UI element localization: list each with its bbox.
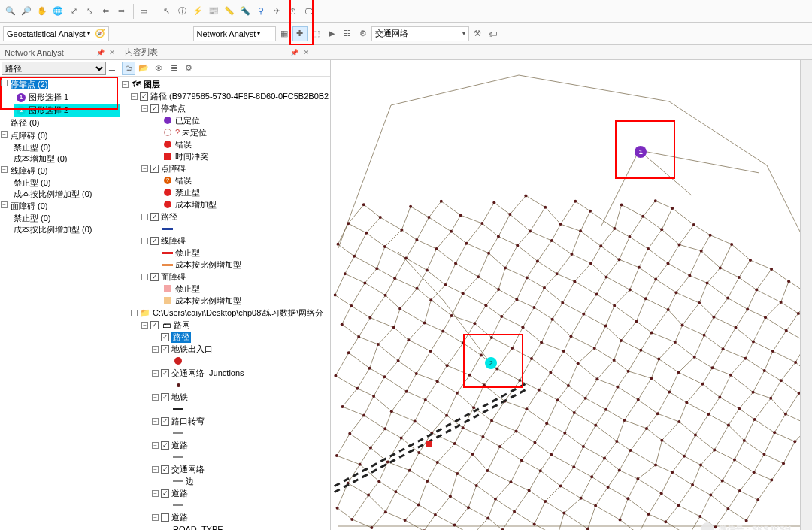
na-directions-icon[interactable]: ☷ xyxy=(340,26,355,41)
vertical-scrollbar[interactable] xyxy=(800,60,812,530)
checkbox[interactable] xyxy=(161,369,169,377)
collapse-icon[interactable]: − xyxy=(1,131,8,138)
pin-icon[interactable]: 📌 xyxy=(290,49,298,56)
collapse-icon[interactable]: − xyxy=(1,80,8,86)
collapse-icon[interactable]: − xyxy=(152,490,159,497)
na-layer-select[interactable]: 路径 xyxy=(2,62,106,75)
collapse-icon[interactable]: − xyxy=(152,418,159,425)
zoom-out-icon[interactable]: 🔎 xyxy=(19,4,34,19)
na-routes[interactable]: 路径 (0) xyxy=(0,117,120,129)
na-pb-restrict[interactable]: 禁止型 (0) xyxy=(14,142,120,153)
collapse-icon[interactable]: − xyxy=(1,201,8,208)
time-slider-icon[interactable]: ⏱ xyxy=(285,4,300,19)
collapse-icon[interactable]: − xyxy=(152,514,159,521)
zoom-in-icon[interactable]: 🔍 xyxy=(3,4,18,19)
collapse-icon[interactable]: − xyxy=(141,322,148,329)
na-gb-restrict[interactable]: 禁止型 (0) xyxy=(14,213,120,224)
checkbox[interactable] xyxy=(161,489,169,498)
goto-xy-icon[interactable]: ✈ xyxy=(269,4,284,19)
na-stop-1[interactable]: 1图形选择 1 xyxy=(14,91,120,104)
na-create-tool-icon[interactable]: ✚ xyxy=(292,26,308,41)
fwd-extent-icon[interactable]: ➡ xyxy=(114,4,129,19)
network-analyst-menu[interactable]: Network Analyst ▾ xyxy=(193,26,276,41)
checkbox[interactable] xyxy=(161,417,169,426)
checkbox[interactable] xyxy=(150,165,159,173)
road-line-icon xyxy=(173,453,183,462)
checkbox[interactable] xyxy=(150,104,159,113)
na-tree[interactable]: −停靠点 (2) 1图形选择 1 2图形选择 2 路径 (0) −点障碍 (0)… xyxy=(0,77,120,530)
na-network-combo[interactable]: 交通网络 ▾ xyxy=(371,26,469,41)
na-select-icon[interactable]: ⬚ xyxy=(308,26,323,41)
collapse-icon[interactable]: − xyxy=(131,93,138,100)
full-extent-icon[interactable]: 🌐 xyxy=(50,4,65,19)
checkbox[interactable] xyxy=(150,237,159,245)
na-point-barriers[interactable]: 点障碍 (0) xyxy=(11,131,48,140)
checkbox[interactable] xyxy=(161,393,169,401)
list-by-visibility-icon[interactable]: 👁 xyxy=(152,62,165,75)
find-route-icon[interactable]: ⚲ xyxy=(253,4,268,19)
close-icon[interactable]: ✕ xyxy=(303,48,309,56)
checkbox[interactable] xyxy=(161,345,169,353)
collapse-icon[interactable]: − xyxy=(152,370,159,377)
checkbox[interactable] xyxy=(150,273,159,281)
select-icon[interactable]: ▭ xyxy=(136,4,151,19)
na-stop-2[interactable]: 2图形选择 2 xyxy=(14,104,120,117)
options-icon[interactable]: ⚙ xyxy=(182,62,195,75)
fixed-zoom-in-icon[interactable]: ⤢ xyxy=(66,4,81,19)
pointer-icon[interactable]: ↖ xyxy=(159,4,174,19)
checkbox[interactable] xyxy=(161,465,169,474)
measure-icon[interactable]: 📏 xyxy=(222,4,237,19)
wechat-icon xyxy=(701,522,714,530)
collapse-icon[interactable]: − xyxy=(122,81,129,88)
html-popup-icon[interactable]: 📰 xyxy=(206,4,221,19)
checkbox[interactable] xyxy=(161,441,169,450)
list-by-source-icon[interactable]: 📂 xyxy=(137,62,150,75)
collapse-icon[interactable]: − xyxy=(141,214,148,220)
na-gb-cost[interactable]: 成本按比例增加型 (0) xyxy=(14,224,120,235)
list-by-drawing-icon[interactable]: 🗂 xyxy=(122,62,135,75)
pan-icon[interactable]: ✋ xyxy=(35,4,50,19)
na-lb-restrict[interactable]: 禁止型 (0) xyxy=(14,177,120,189)
geostat-analyst-menu[interactable]: Geostatistical Analyst ▾ 🧭 xyxy=(3,26,109,41)
pin-icon[interactable]: 📌 xyxy=(96,49,105,56)
checkbox[interactable] xyxy=(150,321,159,329)
na-polygon-barriers[interactable]: 面障碍 (0) xyxy=(11,201,48,210)
na-line-barriers[interactable]: 线障碍 (0) xyxy=(11,166,48,175)
checkbox[interactable] xyxy=(150,213,159,221)
viewer-icon[interactable]: 🖵 xyxy=(301,4,316,19)
collapse-icon[interactable]: − xyxy=(131,310,138,316)
na-identify-icon[interactable]: 🏷 xyxy=(486,26,501,41)
na-pb-cost[interactable]: 成本增加型 (0) xyxy=(14,153,120,165)
na-layer-props-icon[interactable]: ☰ xyxy=(106,62,118,74)
find-icon[interactable]: 🔦 xyxy=(238,4,253,19)
collapse-icon[interactable]: − xyxy=(152,346,159,353)
list-by-selection-icon[interactable]: ≣ xyxy=(167,62,180,75)
na-build-icon[interactable]: ⚒ xyxy=(470,26,485,41)
checkbox[interactable] xyxy=(161,513,169,522)
na-stops[interactable]: 停靠点 (2) xyxy=(11,80,48,89)
toc-tree[interactable]: −🗺图层 −路径:(B9779585-5730-4F6F-8D60-0FC5B2… xyxy=(120,77,330,530)
na-window-icon[interactable]: ▦ xyxy=(277,26,292,41)
identify-icon[interactable]: ⓘ xyxy=(174,4,189,19)
collapse-icon[interactable]: − xyxy=(1,166,8,173)
collapse-icon[interactable]: − xyxy=(152,394,159,401)
back-extent-icon[interactable]: ⬅ xyxy=(98,4,113,19)
toc-panel-title: 内容列表 📌 ✕ xyxy=(120,45,314,59)
restrict-icon xyxy=(162,188,173,197)
toc-selected-layer[interactable]: 路径 xyxy=(171,332,191,343)
collapse-icon[interactable]: − xyxy=(141,274,148,280)
collapse-icon[interactable]: − xyxy=(141,105,148,112)
map-view[interactable]: 1 2 微信号：SKSJKSH ▭ ▦ ⟳ ⏸ xyxy=(331,60,812,530)
na-lb-cost[interactable]: 成本按比例增加型 (0) xyxy=(14,189,120,200)
collapse-icon[interactable]: − xyxy=(141,165,148,172)
checkbox[interactable] xyxy=(140,92,148,101)
collapse-icon[interactable]: − xyxy=(152,442,159,449)
close-icon[interactable]: ✕ xyxy=(109,48,115,56)
collapse-icon[interactable]: − xyxy=(141,238,148,244)
fixed-zoom-out-icon[interactable]: ⤡ xyxy=(82,4,97,19)
hyperlink-icon[interactable]: ⚡ xyxy=(190,4,205,19)
na-props-icon[interactable]: ⚙ xyxy=(356,26,371,41)
collapse-icon[interactable]: − xyxy=(152,466,159,473)
checkbox[interactable] xyxy=(161,333,169,341)
na-solve-icon[interactable]: ▶ xyxy=(324,26,339,41)
